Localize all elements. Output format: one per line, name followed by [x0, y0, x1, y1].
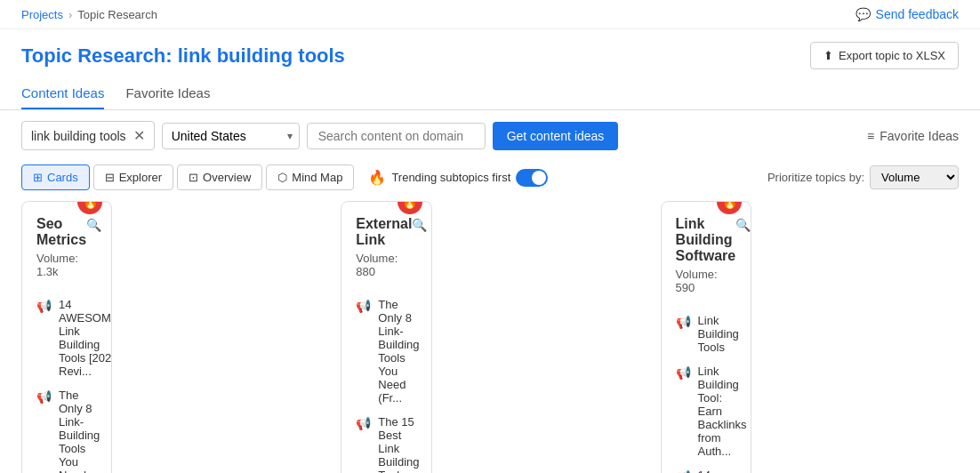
search-tag-close[interactable]: ✕ [133, 127, 145, 144]
domain-search-input[interactable] [307, 123, 486, 149]
view-overview-button[interactable]: ⊡ Overview [177, 164, 262, 190]
bullhorn-icon: 📢 [36, 299, 52, 313]
card-header: 🔥 External Link Volume: 880 🔍 ⋯ [341, 202, 430, 285]
breadcrumb-projects[interactable]: Projects [21, 8, 63, 21]
list-item: 📢 Link Building Tool: Earn Backlinks fro… [676, 359, 736, 463]
list-item: 📢 14 AWESOME Link Building Tools [2022 R… [36, 293, 97, 383]
view-mindmap-button[interactable]: ⬡ Mind Map [266, 164, 354, 190]
favorite-ideas-link[interactable]: ≡ Favorite Ideas [867, 129, 959, 143]
fire-badge: 🔥 [398, 201, 422, 214]
breadcrumb-current: Topic Research [77, 8, 157, 21]
card-volume: Volume: 590 [676, 268, 736, 294]
list-item: 📢 The Only 8 Link-Building Tools You Nee… [356, 293, 416, 410]
mindmap-icon: ⬡ [277, 171, 287, 184]
card-items: 📢 The Only 8 Link-Building Tools You Nee… [341, 285, 430, 473]
list-icon: ≡ [867, 129, 874, 143]
breadcrumb: Projects › Topic Research [21, 8, 157, 21]
fire-badge: 🔥 [77, 201, 102, 214]
tab-content-ideas[interactable]: Content Ideas [21, 78, 104, 109]
search-tag: link building tools ✕ [21, 121, 155, 150]
bullhorn-icon: 📢 [676, 315, 691, 329]
card-items: 📢 14 AWESOME Link Building Tools [2022 R… [22, 285, 111, 473]
breadcrumb-sep: › [68, 8, 72, 21]
toolbar: link building tools ✕ United States Unit… [0, 110, 980, 161]
view-explorer-button[interactable]: ⊟ Explorer [93, 164, 173, 190]
card-header: 🔥 Link Building Software Volume: 590 🔍 ⋯ [662, 202, 751, 301]
card-title: Seo Metrics [36, 216, 86, 248]
get-ideas-button[interactable]: Get content ideas [493, 122, 619, 150]
list-item: 📢 14 AWESOME Link Building Tools [2022 R… [676, 463, 736, 473]
fire-badge: 🔥 [717, 201, 742, 214]
trending-toggle[interactable] [516, 169, 548, 187]
list-item: 📢 Link Building Tools [676, 309, 736, 359]
card-external-link: 🔥 External Link Volume: 880 🔍 ⋯ 📢 The On… [341, 201, 431, 473]
prioritize-control: Prioritize topics by: Volume Difficulty … [767, 165, 959, 189]
search-icon[interactable]: 🔍 [412, 218, 427, 237]
prioritize-select[interactable]: Volume Difficulty Relevance [870, 165, 959, 189]
table-icon: ⊟ [105, 171, 115, 184]
send-feedback-button[interactable]: 💬 Send feedback [855, 7, 959, 21]
card-volume: Volume: 1.3k [36, 252, 86, 278]
view-bar: ⊞ Cards ⊟ Explorer ⊡ Overview ⬡ Mind Map… [0, 161, 980, 201]
card-title: External Link [356, 216, 412, 248]
chat-icon: 💬 [855, 7, 871, 21]
search-icon[interactable]: 🔍 [86, 218, 101, 237]
card-items: 📢 Link Building Tools 📢 Link Building To… [662, 301, 751, 473]
bullhorn-icon: 📢 [356, 416, 371, 430]
card-link-building-software: 🔥 Link Building Software Volume: 590 🔍 ⋯… [661, 201, 751, 473]
list-item: 📢 The Only 8 Link-Building Tools You Nee… [36, 383, 97, 473]
search-tag-text: link building tools [31, 129, 126, 143]
card-header: 🔥 Seo Metrics Volume: 1.3k 🔍 ⋯ [22, 202, 111, 285]
view-cards-button[interactable]: ⊞ Cards [21, 164, 90, 190]
fire-icon: 🔥 [368, 169, 386, 186]
country-select-wrapper: United States United Kingdom Canada Aust… [162, 123, 300, 149]
tab-favorite-ideas[interactable]: Favorite Ideas [125, 78, 210, 109]
export-button[interactable]: ⬆ Export topic to XLSX [810, 42, 959, 69]
tabs-bar: Content Ideas Favorite Ideas [0, 78, 980, 110]
card-seo-metrics: 🔥 Seo Metrics Volume: 1.3k 🔍 ⋯ 📢 14 AWES… [21, 201, 112, 473]
overview-icon: ⊡ [189, 171, 198, 184]
bullhorn-icon: 📢 [36, 389, 52, 404]
page-title: Topic Research: link building tools [21, 44, 345, 68]
upload-icon: ⬆ [823, 49, 833, 62]
card-title: Link Building Software [676, 216, 736, 264]
card-volume: Volume: 880 [356, 252, 412, 278]
bullhorn-icon: 📢 [356, 299, 371, 313]
grid-icon: ⊞ [33, 171, 43, 184]
list-item: 📢 The 15 Best Link Building Tools [356, 410, 416, 473]
bullhorn-icon: 📢 [676, 365, 691, 380]
country-select[interactable]: United States United Kingdom Canada Aust… [162, 123, 300, 149]
bullhorn-icon: 📢 [676, 469, 691, 473]
page-header: Topic Research: link building tools ⬆ Ex… [0, 29, 980, 78]
more-icon[interactable]: ⋯ [110, 218, 112, 237]
trending-label: 🔥 Trending subtopics first [368, 169, 548, 187]
search-icon[interactable]: 🔍 [735, 218, 751, 237]
cards-container: 🔥 Seo Metrics Volume: 1.3k 🔍 ⋯ 📢 14 AWES… [0, 201, 980, 473]
top-bar: Projects › Topic Research 💬 Send feedbac… [0, 0, 980, 29]
